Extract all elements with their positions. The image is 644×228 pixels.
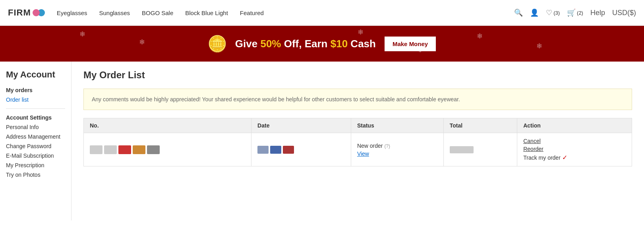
cancel-link[interactable]: Cancel xyxy=(523,138,626,144)
sidebar-orders-section: My orders xyxy=(6,87,65,93)
table-header: No. Date Status Total Action xyxy=(84,118,632,133)
banner-suffix: Cash xyxy=(348,38,376,50)
banner-pct: 50% xyxy=(260,38,281,50)
order-img-orange xyxy=(133,145,145,154)
track-check-icon: ✓ xyxy=(562,154,567,161)
snowflake-icon: ❄ xyxy=(79,30,85,39)
sidebar-account-settings-section: Account Settings xyxy=(6,114,65,121)
col-total: Total xyxy=(443,118,517,133)
action-links: Cancel Reorder Track my order ✓ xyxy=(523,138,626,161)
currency-selector[interactable]: USD($) xyxy=(612,9,636,17)
wishlist-icon[interactable]: ♡(3) xyxy=(546,8,560,17)
notice-box: Any comments would be highly appreciated… xyxy=(83,89,632,110)
cart-count: (2) xyxy=(577,10,583,16)
track-link[interactable]: Track my order ✓ xyxy=(523,154,626,161)
order-img-dark xyxy=(147,145,160,154)
nav-featured[interactable]: Featured xyxy=(240,10,264,16)
order-table: No. Date Status Total Action xyxy=(83,118,632,166)
sidebar-address[interactable]: Address Management xyxy=(6,133,65,140)
nav-sunglasses[interactable]: Sunglasses xyxy=(99,10,130,16)
order-img-gray xyxy=(90,145,102,154)
sidebar-title: My Account xyxy=(6,70,65,80)
header: FIRM Eyeglasses Sunglasses BOGO Sale Blo… xyxy=(0,0,644,26)
nav-eyeglasses[interactable]: Eyeglasses xyxy=(57,10,87,16)
sidebar: My Account My orders Order list Account … xyxy=(0,62,72,220)
order-status-cell: New order (?) View xyxy=(351,133,443,166)
snowflake-icon: ❄ xyxy=(477,32,483,41)
col-no: No. xyxy=(84,118,251,133)
account-icon[interactable]: 👤 xyxy=(530,8,539,17)
sidebar-prescription[interactable]: My Prescription xyxy=(6,162,65,168)
search-icon[interactable]: 🔍 xyxy=(514,8,523,17)
snowflake-icon: ❄ xyxy=(139,38,145,46)
sidebar-email-sub[interactable]: E-Mail Subscription xyxy=(6,153,65,159)
date-img-3 xyxy=(283,146,294,154)
help-link[interactable]: Help xyxy=(590,9,605,17)
date-images xyxy=(257,146,345,154)
date-img-1 xyxy=(257,146,269,154)
order-no-cell xyxy=(84,133,251,166)
main-content: My Order List Any comments would be high… xyxy=(72,62,644,220)
col-status: Status xyxy=(351,118,443,133)
banner-text: Give 50% Off, Earn $10 Cash xyxy=(235,38,376,50)
table-row: New order (?) View Cancel Reorder Track … xyxy=(84,133,632,166)
banner-mid: Off, Earn xyxy=(281,38,330,50)
col-action: Action xyxy=(517,118,632,133)
total-placeholder xyxy=(450,146,474,153)
order-date-cell xyxy=(251,133,351,166)
logo-text: FIRM xyxy=(8,8,31,18)
sidebar-try-on[interactable]: Try on Photos xyxy=(6,172,65,178)
make-money-button[interactable]: Make Money xyxy=(384,36,437,52)
main-nav: Eyeglasses Sunglasses BOGO Sale Block Bl… xyxy=(57,10,514,16)
nav-bogo[interactable]: BOGO Sale xyxy=(142,10,173,16)
logo[interactable]: FIRM xyxy=(8,8,45,18)
main-layout: My Account My orders Order list Account … xyxy=(0,62,644,220)
nav-blue-light[interactable]: Block Blue Light xyxy=(185,10,228,16)
snowflake-icon: ❄ xyxy=(417,46,423,54)
reorder-link[interactable]: Reorder xyxy=(523,146,626,152)
sidebar-personal-info[interactable]: Personal Info xyxy=(6,124,65,130)
status-text: New order xyxy=(357,143,383,149)
cart-icon[interactable]: 🛒(2) xyxy=(567,8,583,17)
banner-cash: $10 xyxy=(331,38,348,50)
sidebar-change-password[interactable]: Change Password xyxy=(6,143,65,149)
page-title: My Order List xyxy=(83,70,632,81)
status-question-icon[interactable]: (?) xyxy=(384,143,390,149)
order-img-red xyxy=(118,145,131,154)
order-images xyxy=(90,145,245,154)
logo-circles xyxy=(33,9,45,16)
circle-pink-icon xyxy=(33,9,40,16)
order-img-gray2 xyxy=(104,145,117,154)
track-label: Track my order xyxy=(523,155,561,161)
order-total-cell xyxy=(443,133,517,166)
date-img-2 xyxy=(270,146,281,154)
sidebar-divider xyxy=(6,108,65,109)
col-date: Date xyxy=(251,118,351,133)
coins-icon: 🪙 xyxy=(207,35,227,53)
notice-text: Any comments would be highly appreciated… xyxy=(92,96,460,102)
wishlist-count: (3) xyxy=(553,10,560,16)
banner-prefix: Give xyxy=(235,38,261,50)
snowflake-icon: ❄ xyxy=(536,42,542,50)
order-action-cell: Cancel Reorder Track my order ✓ xyxy=(517,133,632,166)
sidebar-order-list[interactable]: Order list xyxy=(6,97,65,103)
header-icons: 🔍 👤 ♡(3) 🛒(2) Help USD($) xyxy=(514,8,636,17)
view-link[interactable]: View xyxy=(357,151,437,157)
promo-banner: ❄ ❄ ❄ ❄ ❄ ❄ 🪙 Give 50% Off, Earn $10 Cas… xyxy=(0,26,644,62)
snowflake-icon: ❄ xyxy=(358,28,364,37)
